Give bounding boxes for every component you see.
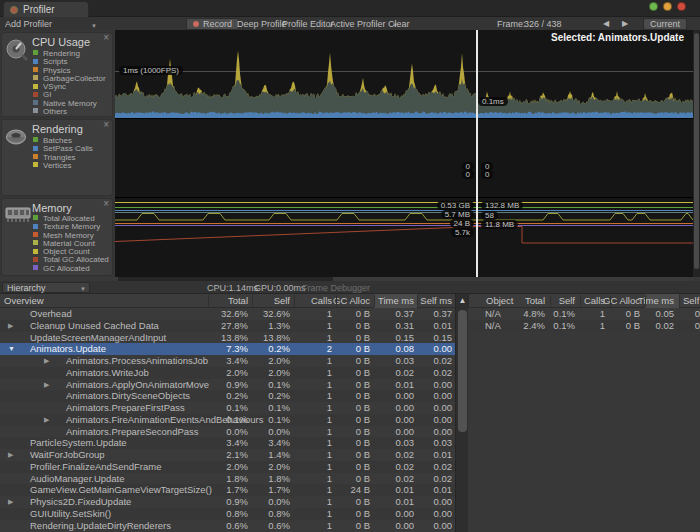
legend-item-gc-allocated[interactable]: GC Allocated [33,265,109,273]
table-row[interactable]: Animators.DirtySceneObjects0.2%0.2%10 B0… [0,390,455,402]
table-row[interactable]: Profiler.FinalizeAndSendFrame2.0%2.0%10 … [0,461,455,473]
foldout-collapsed-icon[interactable]: ▶ [8,320,13,332]
cell-self: 0.1% [268,402,290,414]
cell-gc: 0 B [356,320,370,332]
chart-vertical-scrollbar[interactable] [693,30,700,277]
table-row[interactable]: Animators.WriteJob2.0%2.0%10 B0.020.02 [0,367,455,379]
current-frame-line[interactable] [476,30,478,277]
rendering-module[interactable]: Rendering × BatchesSetPass CallsTriangle… [1,119,113,196]
col-header-calls[interactable]: Calls [584,294,605,307]
overview-table-scrollbar[interactable]: ▲ [455,294,468,532]
cpu-usage-chart[interactable]: 1ms (1000FPS) 0.1ms Selected: Animators.… [115,30,693,118]
cell-selfms: 0.00 [434,508,453,520]
foldout-collapsed-icon[interactable]: ▶ [8,496,13,508]
col-header-self-ms[interactable]: Self ms [420,294,452,307]
clear-button[interactable]: Clear [388,19,410,29]
window-button-orange[interactable] [663,2,672,11]
cell-calls: 1 [327,484,332,496]
col-header-self[interactable]: Self [274,294,290,307]
cpu-usage-module[interactable]: CPU Usage × RenderingScriptsPhysicsGarba… [1,32,113,117]
table-row[interactable]: AudioManager.Update1.8%1.8%10 B0.020.02 [0,473,455,485]
table-row[interactable]: UpdateScreenManagerAndInput13.8%13.8%10 … [0,332,455,344]
cell-total: 13.8% [221,332,248,344]
cell-selfms: 0.37 [434,308,453,320]
cell-gc: 0 B [356,496,370,508]
object-table-body: N/A4.8%0.1%10 B0.050.0N/A2.4%0.1%10 B0.0… [468,308,700,332]
cell-calls: 1 [327,496,332,508]
legend-swatch [33,100,38,105]
table-row[interactable]: ▶WaitForJobGroup2.1%1.4%10 B0.020.01 [0,449,455,461]
close-icon[interactable]: × [103,120,109,130]
next-frame-button[interactable]: ▶ [622,19,628,28]
table-row[interactable]: ▶Physics2D.FixedUpdate0.9%0.0%10 B0.010.… [0,496,455,508]
memory-chart[interactable]: 0.53 GB 132.8 MB 5.7 MB 58 24 B 11.8 MB … [115,197,693,277]
col-header-gc-alloc[interactable]: GC Alloc [333,294,370,307]
table-row[interactable]: ▼Animators.Update7.3%0.2%20 B0.080.00 [0,343,455,355]
close-icon[interactable]: × [103,199,109,209]
col-header-total[interactable]: Total [228,294,248,307]
chevron-down-icon: ▼ [80,285,86,294]
cell-time: 0.02 [396,449,415,461]
cell-total: 2.0% [226,461,248,473]
table-row[interactable]: Animators.PrepareSecondPass0.0%0.0%10 B0… [0,426,455,438]
foldout-collapsed-icon[interactable]: ▶ [44,355,49,367]
prev-frame-button[interactable]: ◀ [603,19,609,28]
record-label: Record [203,19,232,29]
table-row[interactable]: GUIUtility.SetSkin()0.8%0.8%10 B0.000.00 [0,508,455,520]
table-row[interactable]: GameView.GetMainGameViewTargetSize()1.7%… [0,484,455,496]
table-row[interactable]: Animators.PrepareFirstPass0.1%0.1%10 B0.… [0,402,455,414]
legend-swatch [33,108,38,113]
foldout-collapsed-icon[interactable]: ▶ [8,449,13,461]
foldout-collapsed-icon[interactable]: ▶ [44,414,49,426]
col-header-self-2[interactable]: Self [683,294,699,307]
cell-gc: 0 B [356,508,370,520]
chart-area[interactable]: 1ms (1000FPS) 0.1ms Selected: Animators.… [115,30,693,277]
col-header-time-ms[interactable]: Time ms [638,294,674,307]
col-header-gc-alloc[interactable]: GC Alloc [603,294,640,307]
cell-gc: 0 B [356,449,370,461]
col-header-time-ms[interactable]: Time ms [378,294,414,307]
scrollbar-thumb[interactable] [458,310,467,432]
object-row[interactable]: N/A2.4%0.1%10 B0.020.0 [468,320,700,332]
rendering-chart[interactable]: 0 0 0 0 [115,118,693,197]
window-button-green[interactable] [649,2,658,11]
deep-profile-button[interactable]: Deep Profile [237,19,287,29]
table-row[interactable]: ▶Animators.FireAnimationEventsAndBehavio… [0,414,455,426]
table-row[interactable]: ▶Cleanup Unused Cached Data27.8%1.3%10 B… [0,320,455,332]
table-row[interactable]: ▶Animators.ApplyOnAnimatorMove0.9%0.1%10… [0,379,455,391]
cell-gc: 0 B [356,367,370,379]
cell-time: 0.37 [396,308,415,320]
cell-time: 0.00 [396,402,415,414]
legend-item-others[interactable]: Others [33,108,106,116]
cell-time: 0.00 [396,520,415,532]
add-profiler-dropdown[interactable]: Add Profiler ▼ [5,19,52,29]
table-row[interactable]: Overhead32.6%32.6%10 B0.370.37 [0,308,455,320]
col-header-calls[interactable]: Calls [311,294,332,307]
foldout-collapsed-icon[interactable]: ▶ [44,379,49,391]
profile-editor-button[interactable]: Profile Editor [282,19,334,29]
memory-module[interactable]: Memory × Total AllocatedTexture MemoryMe… [1,198,113,276]
close-icon[interactable]: × [103,33,109,43]
cell-gc: 0 B [356,461,370,473]
col-header-overview[interactable]: Overview [4,294,44,307]
col-header-object[interactable]: Object [486,294,513,307]
tab-profiler[interactable]: Profiler [3,1,89,17]
record-button[interactable]: Record [186,18,239,30]
scrollbar-thumb[interactable] [694,33,699,269]
col-header-self[interactable]: Self [559,294,575,307]
table-row[interactable]: ParticleSystem.Update3.4%3.4%10 B0.030.0… [0,437,455,449]
current-frame-button[interactable]: Current [643,18,687,30]
frame-value-pill: 11.8 MB [481,220,518,229]
window-button-red[interactable] [677,2,686,11]
table-row[interactable]: Rendering.UpdateDirtyRenderers0.6%0.6%10… [0,520,455,532]
frame-debugger-button[interactable]: Frame Debugger [302,283,370,293]
cell-self: 13.8% [263,332,290,344]
view-mode-dropdown[interactable]: Hierarchy ▼ [2,282,90,293]
foldout-expanded-icon[interactable]: ▼ [8,343,15,355]
table-row[interactable]: ▶Animators.ProcessAnimationsJob3.4%2.0%1… [0,355,455,367]
col-header-total[interactable]: Total [525,294,545,307]
object-row[interactable]: N/A4.8%0.1%10 B0.050.0 [468,308,700,320]
legend-item-vertices[interactable]: Vertices [33,162,93,170]
legend-swatch [33,232,38,237]
cell-self: 2.0% [268,367,290,379]
